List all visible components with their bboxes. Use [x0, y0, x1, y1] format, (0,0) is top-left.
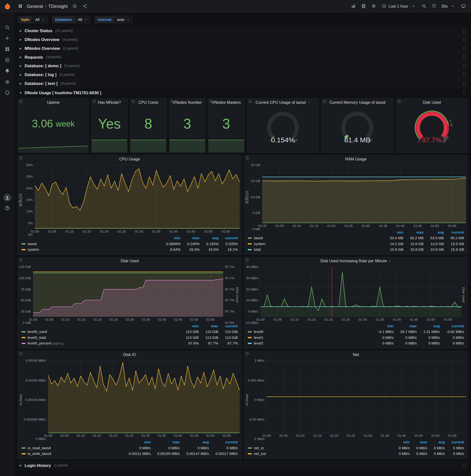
chart-plot-area[interactable]	[33, 267, 223, 317]
legend-series-name[interactable]: level1	[248, 335, 371, 340]
panel-info-icon[interactable]	[209, 100, 213, 103]
legend-series-name[interactable]: io_write_taosd	[22, 451, 122, 457]
legend-column-header[interactable]: avg	[200, 235, 219, 241]
panel-info-icon[interactable]	[245, 258, 249, 262]
chart-plot-area[interactable]	[35, 165, 240, 229]
breadcrumb-folder[interactable]: General	[27, 3, 43, 9]
legend-column-header[interactable]: current	[440, 323, 464, 329]
dashboard-row[interactable]: ▸Requests(4 panels)	[18, 53, 468, 62]
legend-column-header[interactable]: current	[209, 440, 238, 445]
legend-series-name[interactable]: system	[248, 241, 383, 247]
sidebar-item-dashboards[interactable]	[2, 46, 13, 52]
panel-info-icon[interactable]	[92, 100, 96, 103]
legend-column-header[interactable]: max	[199, 323, 218, 329]
sidebar-item-create[interactable]	[2, 35, 13, 41]
sidebar-item-alerting[interactable]	[2, 68, 13, 74]
dashboard-row[interactable]: ▸DNodes Overview(4 panels)	[18, 35, 468, 44]
legend-series-name[interactable]: total	[248, 247, 383, 253]
chart-plot-area[interactable]	[267, 361, 466, 433]
legend-column-header[interactable]: max	[410, 440, 427, 445]
dashboard-row[interactable]: ▸Cluster Status(21 panels)	[18, 27, 468, 35]
legend-column-header[interactable]: avg	[424, 230, 444, 235]
sidebar-item-explore[interactable]	[2, 57, 13, 63]
panel-title[interactable]: CPU Cores	[130, 99, 167, 106]
chart-plot-area[interactable]	[261, 267, 462, 317]
legend-column-header[interactable]: max	[403, 230, 423, 235]
drag-handle-icon[interactable]	[462, 46, 466, 51]
panel-info-icon[interactable]	[323, 100, 326, 103]
variable-value-dropdown[interactable]: All	[75, 16, 90, 24]
share-button[interactable]	[81, 1, 89, 11]
legend-series-name[interactable]: taosd	[22, 241, 159, 247]
dashboard-row[interactable]: ▸Database: [ demo ](5 panels)	[18, 62, 468, 70]
chart-plot-area[interactable]	[262, 165, 466, 223]
variable-value-dropdown[interactable]: All	[32, 16, 48, 24]
legend-column-header[interactable]: avg	[427, 440, 445, 445]
variable-value-dropdown[interactable]: auto	[114, 16, 133, 24]
panel-title[interactable]: Current CPU Usage of taosd	[247, 99, 319, 106]
sidebar-item-configuration[interactable]	[2, 79, 13, 85]
panel-info-icon[interactable]	[397, 100, 401, 103]
drag-handle-icon[interactable]	[462, 37, 466, 42]
legend-series-name[interactable]: level0_percent (right-y)	[22, 340, 179, 346]
refresh-button[interactable]	[430, 1, 439, 11]
chart-plot-area[interactable]	[48, 361, 240, 433]
panel-title[interactable]: Has MNode?	[91, 99, 128, 106]
sidebar-item-user-profile[interactable]	[2, 194, 13, 201]
panel-title[interactable]: VNodes Number	[169, 99, 206, 106]
refresh-interval-dropdown[interactable]: 30s	[439, 1, 458, 11]
legend-series-name[interactable]: level0	[248, 329, 371, 335]
add-panel-button[interactable]	[349, 1, 358, 11]
panel-info-icon[interactable]	[19, 100, 23, 103]
breadcrumb-dashboard-title[interactable]: TDinsight	[48, 3, 67, 9]
panel-info-icon[interactable]	[19, 156, 23, 160]
legend-series-name[interactable]: taosd	[248, 235, 383, 241]
dashboard-row[interactable]: ▸Login History(1 panel)	[18, 461, 468, 470]
panel-title[interactable]: Net	[244, 351, 468, 359]
panel-info-icon[interactable]	[132, 100, 135, 103]
dashboard-row[interactable]: ▸Database: [ log ](5 panels)	[18, 70, 468, 79]
legend-column-header[interactable]: max	[394, 323, 417, 329]
drag-handle-icon[interactable]	[462, 64, 466, 68]
dashboard-row[interactable]: ▸MNodes Overview(2 panels)	[18, 44, 468, 53]
legend-column-header[interactable]: max	[181, 235, 200, 241]
drag-handle-icon[interactable]	[462, 463, 466, 468]
panel-info-icon[interactable]	[19, 352, 23, 356]
panel-info-icon[interactable]	[245, 156, 249, 160]
panel-info-icon[interactable]	[19, 258, 23, 262]
dashboard-row[interactable]: ▸Database: [ test ](5 panels)	[18, 79, 468, 88]
legend-series-name[interactable]: level0_used	[22, 329, 179, 335]
drag-handle-icon[interactable]	[462, 72, 466, 77]
legend-column-header[interactable]: max	[151, 440, 180, 445]
panel-info-icon[interactable]	[248, 100, 252, 103]
legend-column-header[interactable]: current	[444, 230, 464, 235]
panel-info-icon[interactable]	[170, 100, 174, 103]
legend-column-header[interactable]: avg	[417, 323, 440, 329]
drag-handle-icon[interactable]	[462, 29, 466, 33]
panel-title[interactable]: Disk Used	[396, 99, 468, 106]
drag-handle-icon[interactable]	[462, 90, 466, 95]
zoom-out-button[interactable]	[420, 1, 429, 11]
panel-title[interactable]: CPU Usage	[18, 155, 241, 163]
panel-title[interactable]: Disk Used Increasing Rate per Minute	[244, 257, 468, 265]
legend-column-header[interactable]: min	[371, 323, 394, 329]
panel-title[interactable]: RAM Usage	[244, 155, 468, 163]
drag-handle-icon[interactable]	[462, 81, 466, 86]
sidebar-item-help[interactable]	[2, 205, 13, 211]
legend-column-header[interactable]: min	[122, 440, 151, 445]
legend-series-name[interactable]: level2	[248, 340, 371, 346]
favorite-star-button[interactable]	[70, 1, 79, 11]
legend-column-header[interactable]: current	[219, 235, 238, 241]
legend-series-name[interactable]: io_read_taosd	[22, 445, 122, 451]
drag-handle-icon[interactable]	[462, 55, 466, 59]
panel-title[interactable]: Disk IO	[18, 351, 241, 359]
legend-column-header[interactable]: avg	[180, 440, 209, 445]
panel-title[interactable]: Disk Used	[18, 257, 241, 265]
legend-series-name[interactable]: system	[22, 247, 159, 253]
legend-column-header[interactable]: min	[383, 230, 403, 235]
variable-label[interactable]: Database	[52, 16, 75, 24]
panel-title[interactable]: Uptime	[18, 99, 88, 106]
legend-column-header[interactable]: min	[159, 235, 181, 241]
legend-column-header[interactable]: min	[392, 440, 410, 445]
save-dashboard-button[interactable]	[359, 1, 368, 11]
